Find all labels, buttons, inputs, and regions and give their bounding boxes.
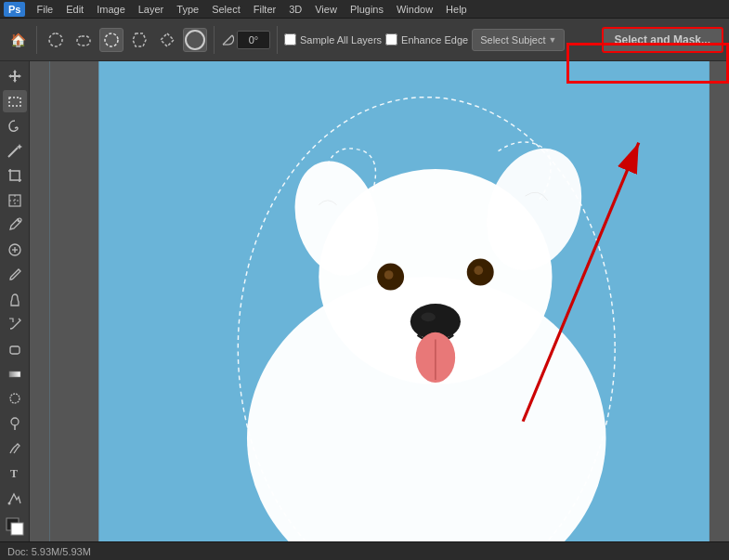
angle-icon [221, 33, 234, 46]
svg-point-15 [11, 418, 19, 425]
svg-line-4 [8, 148, 18, 157]
menu-help[interactable]: Help [440, 2, 473, 17]
crop-tool[interactable] [3, 164, 27, 188]
history-brush-tool[interactable] [3, 313, 27, 336]
svg-rect-12 [10, 346, 20, 354]
menu-file[interactable]: File [31, 2, 59, 17]
svg-point-30 [384, 270, 394, 280]
menu-image[interactable]: Image [91, 2, 131, 17]
svg-text:T: T [10, 467, 18, 480]
eraser-tool[interactable] [3, 338, 27, 361]
lasso-tool[interactable] [3, 114, 27, 137]
angle-control [221, 31, 270, 49]
svg-rect-22 [49, 61, 98, 541]
status-bar: Doc: 5.93M/5.93M [0, 541, 729, 560]
menu-3d[interactable]: 3D [283, 2, 307, 17]
blur-tool[interactable] [3, 387, 27, 410]
menu-select[interactable]: Select [206, 2, 246, 17]
enhance-edge-input[interactable] [385, 33, 397, 46]
menu-plugins[interactable]: Plugins [345, 2, 389, 17]
canvas-area: pexels-pixabay-46505.jpg @ 20.2% (RGB/8)… [30, 61, 729, 541]
svg-point-14 [10, 394, 20, 403]
menu-type[interactable]: Type [171, 2, 204, 17]
top-toolbar: 🏠 Sample All Layers Enhance Edge Select … [0, 19, 729, 61]
path-select-tool[interactable] [3, 487, 27, 510]
enhance-edge-checkbox[interactable]: Enhance Edge [385, 33, 468, 46]
brush-tool[interactable] [3, 264, 27, 287]
enhance-edge-label: Enhance Edge [401, 34, 468, 46]
svg-point-31 [474, 266, 483, 275]
svg-rect-13 [9, 371, 20, 377]
stamp-tool[interactable] [3, 288, 27, 311]
selection-tool-5[interactable] [155, 28, 179, 52]
healing-tool[interactable] [3, 239, 27, 262]
menu-window[interactable]: Window [391, 2, 438, 17]
eyedropper-tool[interactable] [3, 214, 27, 237]
magic-wand-tool[interactable] [3, 139, 27, 163]
text-tool[interactable]: T [3, 462, 27, 485]
circle-tool[interactable] [183, 28, 207, 52]
main-area: T pexels-pixabay-46505.jpg @ 20.2% (RGB/… [0, 61, 729, 541]
sample-all-layers-input[interactable] [284, 33, 296, 46]
color-swatch[interactable] [3, 514, 27, 538]
menu-edit[interactable]: Edit [60, 2, 89, 17]
dog-canvas [30, 61, 729, 541]
menu-view[interactable]: View [309, 2, 343, 17]
selection-tool-3[interactable] [99, 28, 124, 52]
home-icon[interactable]: 🏠 [6, 28, 30, 52]
svg-point-18 [7, 502, 10, 505]
svg-rect-3 [9, 98, 20, 106]
select-subject-button[interactable]: Select Subject ▼ [472, 29, 565, 51]
selection-tool-4[interactable] [127, 28, 151, 52]
sample-all-layers-checkbox[interactable]: Sample All Layers [284, 33, 382, 46]
sample-all-layers-label: Sample All Layers [300, 34, 382, 46]
dodge-tool[interactable] [3, 412, 27, 436]
menu-bar: Ps File Edit Image Layer Type Select Fil… [0, 0, 729, 19]
angle-input[interactable] [237, 31, 270, 49]
status-doc-size: Doc: 5.93M/5.93M [7, 546, 91, 557]
gradient-tool[interactable] [3, 362, 27, 385]
menu-layer[interactable]: Layer [133, 2, 170, 17]
select-subject-label: Select Subject [480, 34, 545, 46]
selection-tool-2[interactable] [72, 28, 96, 52]
menu-filter[interactable]: Filter [248, 2, 281, 17]
separator-1 [36, 26, 37, 54]
chevron-down-icon: ▼ [549, 35, 557, 45]
select-and-mask-button[interactable]: Select and Mask... [602, 27, 723, 53]
svg-rect-20 [11, 523, 23, 535]
selection-tool-1[interactable] [44, 28, 68, 52]
pen-tool[interactable] [3, 436, 27, 460]
selection-rect-tool[interactable] [3, 90, 27, 113]
slice-tool[interactable] [3, 189, 27, 212]
svg-rect-1 [77, 36, 90, 46]
svg-point-2 [105, 33, 118, 46]
move-tool[interactable] [3, 65, 27, 88]
separator-2 [214, 26, 215, 54]
svg-point-33 [421, 313, 435, 322]
ps-logo: Ps [4, 2, 25, 17]
separator-3 [277, 26, 278, 54]
svg-rect-0 [49, 33, 62, 46]
left-panel: T [0, 61, 30, 541]
